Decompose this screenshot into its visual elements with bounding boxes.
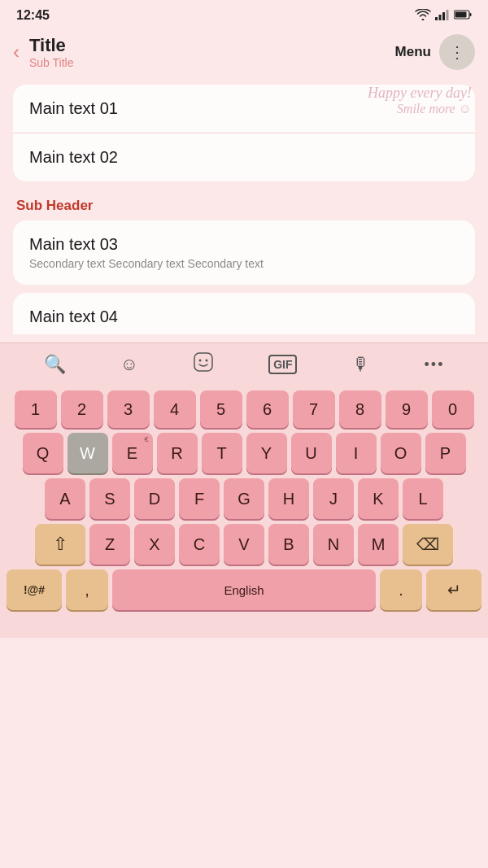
shift-key[interactable]: ⇧ <box>35 524 85 565</box>
list-item-02[interactable]: Main text 02 <box>13 133 475 181</box>
key-l[interactable]: L <box>403 478 443 519</box>
key-2[interactable]: 2 <box>61 390 103 428</box>
app-subtitle: Sub Title <box>29 56 395 69</box>
key-7[interactable]: 7 <box>293 390 335 428</box>
key-r[interactable]: R <box>157 433 198 473</box>
key-a[interactable]: A <box>45 478 85 519</box>
period-key[interactable]: . <box>380 569 422 610</box>
bottom-bar <box>0 622 488 638</box>
keyboard-row-zxcv: ⇧ Z X C V B N M ⌫ <box>5 524 483 565</box>
svg-rect-0 <box>435 17 438 20</box>
svg-rect-1 <box>439 15 442 20</box>
backspace-key[interactable]: ⌫ <box>403 524 453 565</box>
enter-key[interactable]: ↵ <box>426 569 481 610</box>
svg-rect-3 <box>447 10 449 20</box>
keyboard-row-bottom: !@# , English . ↵ <box>5 569 483 610</box>
key-y[interactable]: Y <box>246 433 287 473</box>
svg-point-9 <box>206 360 208 362</box>
status-bar: 12:45 <box>0 0 488 28</box>
app-bar: ‹ Title Sub Title Menu ⋮ <box>0 28 488 76</box>
keyboard-toolbar: 🔍 ☺ GIF 🎙 ••• <box>0 342 488 386</box>
key-k[interactable]: K <box>358 478 399 519</box>
key-i[interactable]: I <box>336 433 377 473</box>
gif-button[interactable]: GIF <box>268 355 297 374</box>
key-x[interactable]: X <box>134 524 175 565</box>
main-text-02: Main text 02 <box>29 148 459 167</box>
key-n[interactable]: N <box>313 524 354 565</box>
keyboard-row-qwerty: Q W €E R T Y U I O P <box>5 433 483 473</box>
key-w[interactable]: W <box>68 433 108 473</box>
title-block: Title Sub Title <box>29 35 395 69</box>
key-g[interactable]: G <box>224 478 264 519</box>
key-f[interactable]: F <box>179 478 220 519</box>
key-b[interactable]: B <box>268 524 309 565</box>
key-6[interactable]: 6 <box>246 390 289 428</box>
back-button[interactable]: ‹ <box>13 41 20 63</box>
more-options-icon[interactable]: ••• <box>425 356 445 373</box>
keyboard-row-asdf: A S D F G H J K L <box>5 478 483 519</box>
svg-rect-6 <box>470 13 472 16</box>
key-p[interactable]: P <box>425 433 466 473</box>
key-z[interactable]: Z <box>89 524 130 565</box>
list-item-03[interactable]: Main text 03 Secondary text Secondary te… <box>13 220 475 285</box>
sub-header: Sub Header <box>13 190 475 220</box>
symbols-key[interactable]: !@# <box>7 569 62 610</box>
comma-key[interactable]: , <box>66 569 108 610</box>
space-key[interactable]: English <box>112 569 376 610</box>
key-8[interactable]: 8 <box>339 390 381 428</box>
list-item-04-partial[interactable]: Main text 04 <box>13 293 475 334</box>
emoji-icon[interactable]: ☺ <box>120 354 138 375</box>
key-5[interactable]: 5 <box>200 390 242 428</box>
key-t[interactable]: T <box>202 433 242 473</box>
key-e[interactable]: €E <box>112 433 153 473</box>
app-title: Title <box>29 35 395 56</box>
svg-point-8 <box>199 360 202 362</box>
key-0[interactable]: 0 <box>432 390 474 428</box>
list-item-01[interactable]: Main text 01 <box>13 85 475 133</box>
key-v[interactable]: V <box>224 524 264 565</box>
battery-icon <box>454 10 472 22</box>
svg-rect-5 <box>455 11 467 17</box>
signal-icon <box>435 9 450 23</box>
sticker-icon[interactable] <box>193 351 214 377</box>
key-s[interactable]: S <box>89 478 130 519</box>
content-area: Happy every day! Smile more ☺ Main text … <box>0 76 488 342</box>
key-j[interactable]: J <box>313 478 354 519</box>
menu-label[interactable]: Menu <box>395 44 431 60</box>
list-card-1: Main text 01 Main text 02 <box>13 85 475 181</box>
status-time: 12:45 <box>16 8 50 23</box>
app-bar-right: Menu ⋮ <box>395 34 475 70</box>
key-h[interactable]: H <box>268 478 309 519</box>
more-button[interactable]: ⋮ <box>439 34 475 70</box>
key-4[interactable]: 4 <box>154 390 196 428</box>
key-o[interactable]: O <box>381 433 421 473</box>
svg-rect-2 <box>442 12 445 20</box>
key-9[interactable]: 9 <box>386 390 428 428</box>
mic-icon[interactable]: 🎙 <box>352 354 370 375</box>
wifi-icon <box>415 9 431 23</box>
more-icon: ⋮ <box>449 42 466 62</box>
secondary-text-03: Secondary text Secondary text Secondary … <box>29 257 459 270</box>
svg-rect-7 <box>194 353 212 371</box>
search-icon[interactable]: 🔍 <box>44 354 66 375</box>
status-icons <box>415 9 472 23</box>
main-text-04: Main text 04 <box>29 308 459 326</box>
keyboard: 1 2 3 4 5 6 7 8 9 0 Q W €E R T Y U I O P… <box>0 386 488 622</box>
key-c[interactable]: C <box>179 524 220 565</box>
key-d[interactable]: D <box>134 478 175 519</box>
keyboard-row-numbers: 1 2 3 4 5 6 7 8 9 0 <box>5 390 483 428</box>
main-text-01: Main text 01 <box>29 99 459 118</box>
key-1[interactable]: 1 <box>15 390 57 428</box>
key-3[interactable]: 3 <box>107 390 150 428</box>
key-u[interactable]: U <box>291 433 332 473</box>
key-q[interactable]: Q <box>23 433 63 473</box>
key-m[interactable]: M <box>358 524 399 565</box>
main-text-03: Main text 03 <box>29 235 459 254</box>
list-card-2: Main text 03 Secondary text Secondary te… <box>13 220 475 285</box>
